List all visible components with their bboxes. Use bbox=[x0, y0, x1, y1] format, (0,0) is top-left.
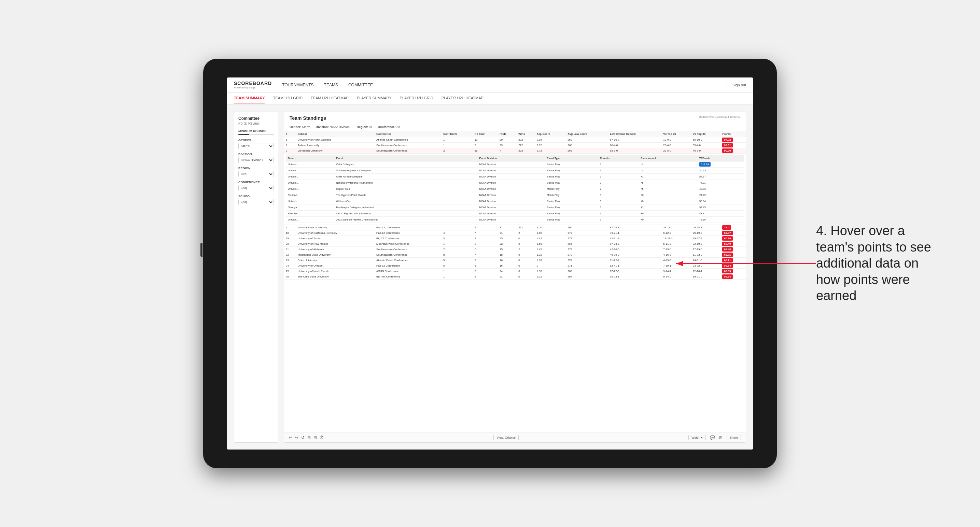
filter-gender: Gender: Men's bbox=[290, 125, 310, 129]
cell-adj-score: 2.82 bbox=[535, 143, 566, 148]
subnav-team-h2h-heatmap[interactable]: TEAM H2H HEATMAP bbox=[311, 93, 348, 103]
cell-rank: 4 bbox=[284, 225, 296, 230]
subnav-team-h2h-grid[interactable]: TEAM H2H GRID bbox=[273, 93, 302, 103]
cell-points[interactable]: 97.02 bbox=[721, 137, 746, 143]
region-select[interactable]: N/A bbox=[238, 171, 274, 177]
cell-conf-rank: 7 bbox=[442, 247, 473, 252]
cell-wins: 272 bbox=[517, 148, 535, 154]
cell-conf-rank: 5 bbox=[442, 263, 473, 268]
exp-cell-division: NCAA Division I bbox=[478, 217, 545, 223]
exp-col-division: Event Division bbox=[478, 155, 545, 162]
exp-cell-division: NCAA Division I bbox=[478, 192, 545, 198]
cell-points[interactable]: 93.31 bbox=[721, 143, 746, 148]
points-badge[interactable]: 68.48 bbox=[722, 247, 732, 252]
cell-rnds: 15 bbox=[498, 247, 517, 252]
cell-vs-top25: 6-12-0 bbox=[662, 230, 691, 236]
cell-points[interactable]: 63.07 bbox=[721, 230, 746, 236]
col-conf-rank: Conf Rank bbox=[442, 131, 473, 137]
cell-vs-top25: 13-9-0 bbox=[662, 137, 691, 143]
exp-col-rounds: Rounds bbox=[598, 155, 639, 162]
points-badge[interactable]: 97.02 bbox=[722, 138, 732, 142]
cell-wins: 0 bbox=[517, 258, 535, 263]
cell-points[interactable]: 79.5 bbox=[721, 225, 746, 230]
exp-cell-event: Copper Cup bbox=[334, 186, 477, 192]
cell-conf-rank: 1 bbox=[442, 137, 473, 143]
redo-icon[interactable]: ↪ bbox=[295, 435, 298, 440]
school-select[interactable]: (All) bbox=[238, 199, 274, 205]
expanded-table-row: Univers... Williams Cup NCAA Division I … bbox=[286, 198, 744, 205]
view-toggle[interactable]: View: Original bbox=[493, 435, 518, 440]
nav-teams[interactable]: TEAMS bbox=[324, 81, 338, 89]
cell-avg-low: 270 bbox=[566, 252, 608, 258]
nav-committee[interactable]: COMMITTEE bbox=[348, 81, 373, 89]
exp-cell-team: Univers... bbox=[286, 217, 334, 223]
division-select[interactable]: NCAA Division I bbox=[238, 157, 274, 163]
subnav-team-summary[interactable]: TEAM SUMMARY bbox=[234, 93, 265, 103]
grid-icon[interactable]: ⊞ bbox=[719, 435, 722, 440]
cell-low-overall: 55-23-1 bbox=[608, 274, 662, 279]
exp-cell-team: Univers... bbox=[286, 180, 334, 186]
slider-min-rounds[interactable] bbox=[238, 134, 274, 135]
points-badge[interactable]: 60.70 bbox=[722, 236, 732, 241]
slider-fill bbox=[238, 134, 249, 135]
cell-points[interactable]: 68.49 bbox=[721, 241, 746, 247]
undo-icon[interactable]: ↩ bbox=[289, 435, 292, 440]
expanded-table-row: Univers... 2023 Sahalee Players Champion… bbox=[286, 217, 744, 223]
points-badge[interactable]: 90.20 bbox=[722, 148, 732, 153]
cell-avg-low: 260 bbox=[566, 143, 608, 148]
cell-conf-rank: 1 bbox=[442, 268, 473, 274]
nav-tournaments[interactable]: TOURNAMENTS bbox=[282, 81, 313, 89]
exp-cell-type: Stroke Play bbox=[545, 174, 598, 180]
share-button[interactable]: Share bbox=[727, 435, 741, 440]
view-original-button[interactable]: View: Original bbox=[493, 435, 518, 440]
cell-rnds: 16 bbox=[498, 258, 517, 263]
subnav-player-h2h-grid[interactable]: PLAYER H2H GRID bbox=[400, 93, 433, 103]
points-badge[interactable]: 93.31 bbox=[722, 143, 732, 148]
copy-icon[interactable]: ⊞ bbox=[307, 435, 311, 440]
points-badge[interactable]: 59.94 bbox=[722, 275, 732, 279]
cell-rank: 26 bbox=[284, 274, 296, 279]
col-school: School bbox=[296, 131, 375, 137]
cell-avg-low: 267 bbox=[566, 274, 608, 279]
cell-no-tour: 7 bbox=[473, 258, 498, 263]
content-header: Team Standings Update time: 13/03/2024 1… bbox=[284, 112, 746, 123]
cell-school: Duke University bbox=[296, 258, 375, 263]
cell-low-overall: 97-23-2 bbox=[608, 241, 662, 247]
expanded-table-row: Univers... Southern Highlands Collegiate… bbox=[286, 168, 744, 174]
cell-rank: 2 bbox=[284, 143, 296, 148]
exp-cell-team: Georgia bbox=[286, 205, 334, 211]
cell-wins: 0 bbox=[517, 274, 535, 279]
cell-low-overall: 46-29-0 bbox=[608, 252, 662, 258]
reset-icon[interactable]: ↺ bbox=[301, 435, 305, 440]
gender-select[interactable]: Men's bbox=[238, 143, 274, 149]
cell-avg-low: 266 bbox=[566, 241, 608, 247]
cell-no-tour: 9 bbox=[473, 225, 498, 230]
cell-points[interactable]: 60.70 bbox=[721, 236, 746, 241]
subnav-player-summary[interactable]: PLAYER SUMMARY bbox=[357, 93, 392, 103]
cell-rnds: 25 bbox=[498, 236, 517, 241]
paste-icon[interactable]: ⊟ bbox=[313, 435, 317, 440]
cell-rnds: 22 bbox=[498, 241, 517, 247]
watch-button[interactable]: Watch ▾ bbox=[688, 435, 706, 440]
cell-points[interactable]: 68.48 bbox=[721, 247, 746, 252]
cell-points[interactable]: 59.94 bbox=[721, 274, 746, 279]
exp-cell-type: Stroke Play bbox=[545, 168, 598, 174]
sidebar-subtitle: Portal Review bbox=[238, 122, 274, 125]
cell-no-tour: 8 bbox=[473, 241, 498, 247]
cell-wins: 0 bbox=[517, 236, 535, 241]
conference-select[interactable]: (All) bbox=[238, 185, 274, 191]
exp-cell-rounds: 3 bbox=[598, 211, 639, 217]
exp-cell-w-points: 97.85 bbox=[698, 205, 744, 211]
timer-icon[interactable]: ⏱ bbox=[320, 435, 324, 440]
sign-out-button[interactable]: Sign out bbox=[727, 83, 746, 87]
comment-icon[interactable]: 💬 bbox=[710, 435, 715, 440]
points-badge[interactable]: 63.07 bbox=[722, 231, 732, 235]
cell-vs-top50: 25-19-0 bbox=[691, 230, 721, 236]
points-badge[interactable]: 79.5 bbox=[722, 225, 731, 230]
cell-points[interactable]: 90.20 bbox=[721, 148, 746, 154]
cell-conference: Big Ten Conference bbox=[375, 274, 442, 279]
subnav-player-h2h-heatmap[interactable]: PLAYER H2H HEATMAP bbox=[442, 93, 484, 103]
cell-conference: ASUN Conference bbox=[375, 268, 442, 274]
sidebar-title: Committee bbox=[238, 116, 274, 121]
points-badge[interactable]: 68.49 bbox=[722, 242, 732, 246]
